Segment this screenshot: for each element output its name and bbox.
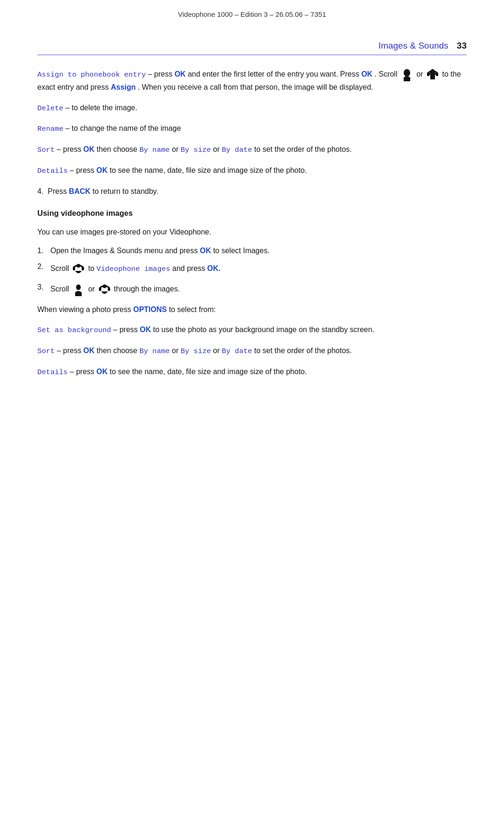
svg-rect-3	[427, 72, 429, 76]
options-prompt: When viewing a photo press OPTIONS to se…	[37, 304, 467, 316]
sort1-or1: or	[172, 145, 181, 153]
step2-ok: OK.	[207, 264, 220, 272]
assign-keyword: Assign	[111, 83, 135, 91]
step3-body1: Scroll	[50, 285, 71, 293]
svg-point-8	[76, 284, 81, 290]
step3-num: 3.	[37, 283, 50, 291]
setbg-link[interactable]: Set as background	[37, 326, 111, 334]
details2-body1: – press	[70, 368, 97, 376]
sort1-byname: By name	[140, 146, 170, 154]
sort2-or2: or	[213, 347, 222, 355]
step1-body1: Open the Images & Sounds menu and press	[50, 247, 200, 255]
section2-intro: You can use images pre-stored on your Vi…	[37, 226, 467, 238]
svg-rect-4	[436, 72, 438, 76]
assign-paragraph: Assign to phonebook entry – press OK and…	[37, 68, 467, 93]
section2-heading: Using videophone images	[37, 207, 467, 220]
step3-content: Scroll or through t	[50, 283, 180, 296]
sort1-body3: to set the order of the photos.	[254, 145, 352, 153]
sort2-body1: – press	[57, 347, 84, 355]
sort1-bysize: By size	[181, 146, 211, 154]
assign-ok1: OK	[175, 70, 186, 78]
sort2-ok: OK	[84, 347, 95, 355]
step2-videophone-images-link[interactable]: Videophone images	[97, 265, 170, 273]
assign-ok2: OK	[361, 70, 372, 78]
rename-paragraph: Rename – to change the name of the image	[37, 122, 467, 135]
edition-text: Videophone 1000 – Edition 3 – 26.05.06 –…	[178, 10, 326, 18]
sort1-or2: or	[213, 145, 222, 153]
step4-block: 4. Press BACK to return to standby.	[37, 185, 467, 198]
step2-scroll-down-icon	[72, 262, 85, 276]
scroll-up-icon	[400, 68, 413, 81]
sort1-ok: OK	[84, 145, 95, 153]
section2-intro-block: You can use images pre-stored on your Vi…	[37, 226, 467, 238]
step1-item: 1. Open the Images & Sounds menu and pre…	[37, 247, 467, 255]
sort2-paragraph: Sort – press OK then choose By name or B…	[37, 345, 467, 357]
step2-body3: and press	[172, 264, 207, 272]
delete-paragraph: Delete – to delete the image.	[37, 102, 467, 114]
sort2-bysize: By size	[181, 347, 211, 355]
sort2-body3: to set the order of the photos.	[254, 347, 352, 355]
sort2-entry: Sort – press OK then choose By name or B…	[37, 345, 467, 357]
setbg-entry: Set as background – press OK to use the …	[37, 324, 467, 336]
details2-paragraph: Details – press OK to see the name, date…	[37, 366, 467, 378]
details1-link[interactable]: Details	[37, 167, 68, 175]
delete-link[interactable]: Delete	[37, 104, 63, 113]
rename-entry: Rename – to change the name of the image	[37, 122, 467, 135]
step1-num: 1.	[37, 247, 50, 255]
rename-link[interactable]: Rename	[37, 125, 63, 133]
step2-item: 2. Scroll to Videophone images and press	[37, 262, 467, 276]
svg-point-1	[405, 70, 409, 75]
details2-link[interactable]: Details	[37, 368, 68, 376]
step3-or: or	[88, 285, 97, 293]
page-number: 33	[457, 41, 467, 51]
options-prompt-block: When viewing a photo press OPTIONS to se…	[37, 304, 467, 316]
sort1-entry: Sort – press OK then choose By name or B…	[37, 143, 467, 156]
setbg-body2: to use the photo as your background imag…	[153, 326, 374, 333]
details1-body2: to see the name, date, file size and ima…	[110, 166, 307, 174]
sort1-bydate: By date	[222, 146, 252, 154]
assign-entry: Assign to phonebook entry – press OK and…	[37, 68, 467, 93]
section-header: Images & Sounds 33	[0, 27, 504, 55]
sort2-body2: then choose	[97, 347, 140, 355]
sort2-bydate: By date	[222, 347, 252, 355]
steps-container: 1. Open the Images & Sounds menu and pre…	[37, 247, 467, 296]
step1-body2: to select Images.	[213, 247, 270, 255]
setbg-ok: OK	[140, 326, 151, 333]
sort2-or1: or	[172, 347, 181, 355]
details2-entry: Details – press OK to see the name, date…	[37, 366, 467, 378]
details2-body2: to see the name, date, file size and ima…	[110, 368, 307, 376]
step4-num: 4. Press	[37, 187, 69, 195]
rename-body: – to change the name of the image	[65, 124, 181, 132]
sort2-link[interactable]: Sort	[37, 347, 55, 355]
assign-link[interactable]: Assign to phonebook entry	[37, 71, 146, 79]
step3-scroll-down-icon	[98, 283, 111, 296]
edition-header: Videophone 1000 – Edition 3 – 26.05.06 –…	[0, 0, 504, 27]
setbg-body1: – press	[113, 326, 140, 333]
sort1-paragraph: Sort – press OK then choose By name or B…	[37, 143, 467, 156]
sort1-body2: then choose	[97, 145, 140, 153]
sort1-body1: – press	[57, 145, 84, 153]
step3-scroll-up-icon	[72, 283, 85, 296]
sort2-byname: By name	[140, 347, 170, 355]
assign-body5: . When you receive a call from that pers…	[138, 83, 373, 91]
step4-back: BACK	[69, 187, 91, 195]
details1-entry: Details – press OK to see the name, date…	[37, 164, 467, 177]
step4-body2: to return to standby.	[92, 187, 158, 195]
details1-body1: – press	[70, 166, 97, 174]
details1-paragraph: Details – press OK to see the name, date…	[37, 164, 467, 177]
assign-body2: and enter the first letter of the entry …	[188, 70, 361, 78]
step1-ok: OK	[200, 247, 211, 255]
sort1-link[interactable]: Sort	[37, 146, 55, 154]
step3-body2: through the images.	[114, 285, 180, 293]
details1-ok: OK	[97, 166, 108, 174]
step2-content: Scroll to Videophone images and press OK…	[50, 262, 220, 276]
step2-num: 2.	[37, 262, 50, 271]
step2-body2: to	[88, 264, 97, 272]
delete-entry: Delete – to delete the image.	[37, 102, 467, 114]
page-container: Videophone 1000 – Edition 3 – 26.05.06 –…	[0, 0, 504, 830]
setbg-paragraph: Set as background – press OK to use the …	[37, 324, 467, 336]
section2-header: Using videophone images	[37, 207, 467, 220]
assign-body3: . Scroll	[375, 70, 399, 78]
assign-body1: – press	[148, 70, 175, 78]
delete-body: – to delete the image.	[65, 104, 137, 112]
